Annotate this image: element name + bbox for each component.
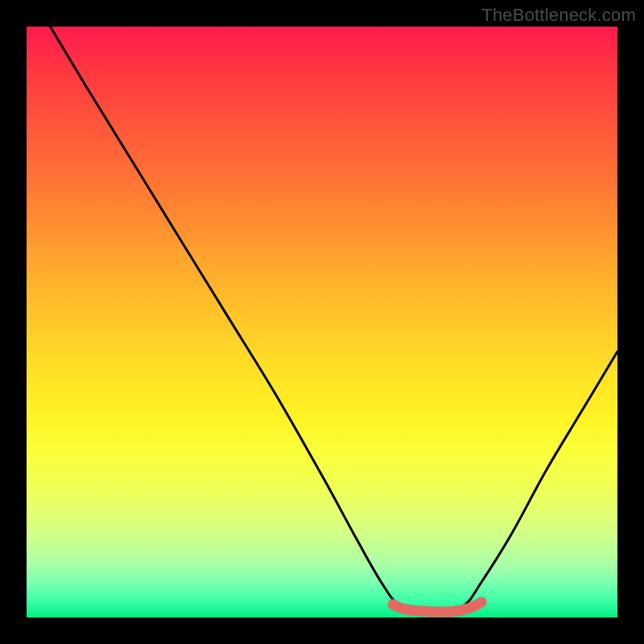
chart-svg [27, 27, 617, 617]
chart-frame: TheBottleneck.com [0, 0, 644, 644]
optimal-segment [393, 602, 481, 612]
attribution-text: TheBottleneck.com [481, 5, 636, 26]
bottleneck-curve [50, 27, 617, 613]
plot-area [27, 27, 617, 617]
